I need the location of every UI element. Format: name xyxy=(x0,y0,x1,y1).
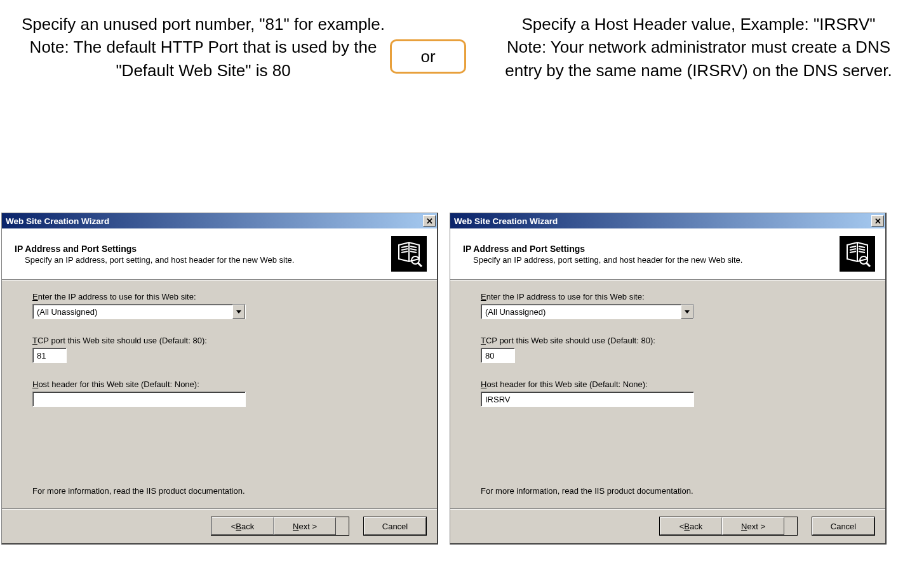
wizard-window-port-example: Web Site Creation Wizard ✕ IP Address an… xyxy=(1,213,438,545)
ip-address-value: (All Unassigned) xyxy=(33,305,232,319)
wizard-book-icon xyxy=(840,236,875,272)
host-header-input[interactable] xyxy=(32,392,246,407)
wizard-body: Enter the IP address to use for this Web… xyxy=(450,280,885,508)
back-button[interactable]: < Back xyxy=(211,517,274,535)
host-header-label: Host header for this Web site (Default: … xyxy=(32,380,412,389)
info-footer-text: For more information, read the IIS produ… xyxy=(481,486,693,496)
page-heading: IP Address and Port Settings xyxy=(463,244,742,254)
wizard-button-bar: < Back Next > Cancel xyxy=(2,508,437,543)
cancel-button[interactable]: Cancel xyxy=(364,517,426,535)
wizard-window-host-example: Web Site Creation Wizard ✕ IP Address an… xyxy=(450,213,887,545)
wizard-header-panel: IP Address and Port Settings Specify an … xyxy=(450,228,885,280)
close-button[interactable]: ✕ xyxy=(423,215,436,227)
info-footer-text: For more information, read the IIS produ… xyxy=(32,486,245,496)
close-button[interactable]: ✕ xyxy=(871,215,884,227)
annotation-left: Specify an unused port number, "81" for … xyxy=(19,13,387,82)
titlebar: Web Site Creation Wizard ✕ xyxy=(2,213,437,228)
wizard-book-icon xyxy=(391,236,427,272)
host-header-label: Host header for this Web site (Default: … xyxy=(481,380,860,389)
cancel-button[interactable]: Cancel xyxy=(812,517,874,535)
wizard-button-bar: < Back Next > Cancel xyxy=(450,508,885,543)
wizard-body: Enter the IP address to use for this Web… xyxy=(2,280,437,508)
host-header-input[interactable]: IRSRV xyxy=(481,392,694,407)
tcp-port-label: TCP port this Web site should use (Defau… xyxy=(481,336,860,345)
close-icon: ✕ xyxy=(426,217,433,225)
ip-address-value: (All Unassigned) xyxy=(481,305,681,319)
page-subheading: Specify an IP address, port setting, and… xyxy=(15,255,294,265)
svg-line-1 xyxy=(418,263,422,267)
svg-line-3 xyxy=(866,263,870,267)
ip-address-label: Enter the IP address to use for this Web… xyxy=(32,292,412,301)
next-button[interactable]: Next > xyxy=(274,517,336,535)
ip-address-label: Enter the IP address to use for this Web… xyxy=(481,292,860,301)
close-icon: ✕ xyxy=(874,217,881,225)
or-divider-badge: or xyxy=(390,39,466,74)
window-title: Web Site Creation Wizard xyxy=(6,216,109,226)
page-heading: IP Address and Port Settings xyxy=(15,244,294,254)
ip-address-dropdown[interactable]: (All Unassigned) xyxy=(481,304,694,319)
tcp-port-input[interactable]: 81 xyxy=(32,348,67,363)
annotation-right: Specify a Host Header value, Example: "I… xyxy=(502,13,895,82)
dropdown-arrow-icon[interactable] xyxy=(232,305,245,319)
wizard-header-panel: IP Address and Port Settings Specify an … xyxy=(2,228,437,280)
back-button[interactable]: < Back xyxy=(660,517,722,535)
window-title: Web Site Creation Wizard xyxy=(454,216,558,226)
titlebar: Web Site Creation Wizard ✕ xyxy=(450,213,885,228)
tcp-port-label: TCP port this Web site should use (Defau… xyxy=(32,336,412,345)
dropdown-arrow-icon[interactable] xyxy=(681,305,693,319)
ip-address-dropdown[interactable]: (All Unassigned) xyxy=(32,304,246,319)
tcp-port-input[interactable]: 80 xyxy=(481,348,515,363)
next-button[interactable]: Next > xyxy=(722,517,784,535)
page-subheading: Specify an IP address, port setting, and… xyxy=(463,255,742,265)
